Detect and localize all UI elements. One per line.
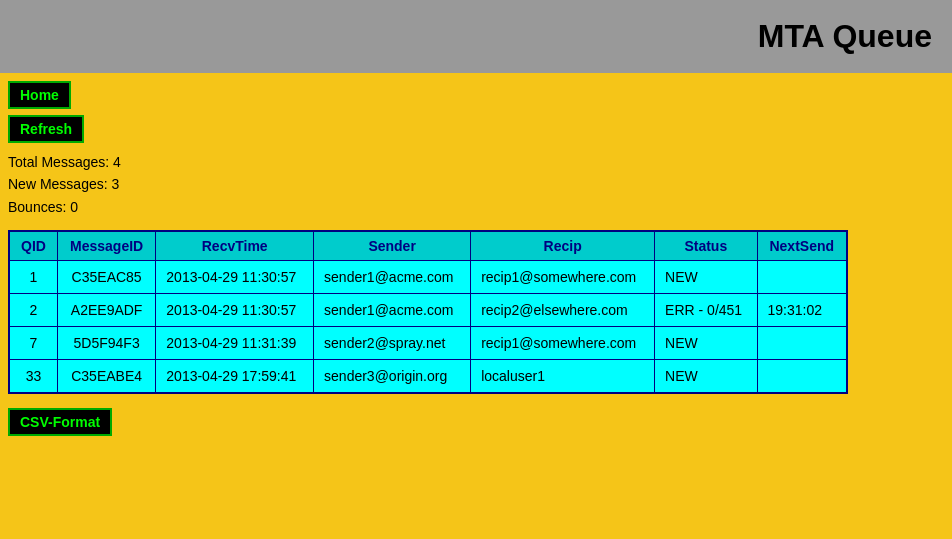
- table-body: 1C35EAC852013-04-29 11:30:57sender1@acme…: [9, 261, 847, 394]
- cell-recip-2: recip1@somewhere.com: [471, 327, 655, 360]
- cell-next_send-0: [757, 261, 847, 294]
- page-title: MTA Queue: [20, 18, 932, 55]
- cell-recip-3: localuser1: [471, 360, 655, 394]
- cell-sender-3: sender3@origin.org: [314, 360, 471, 394]
- cell-recv_time-3: 2013-04-29 17:59:41: [156, 360, 314, 394]
- cell-message_id-2: 5D5F94F3: [57, 327, 155, 360]
- col-messageid: MessageID: [57, 231, 155, 261]
- home-button[interactable]: Home: [8, 81, 71, 109]
- table-row: 33C35EABE42013-04-29 17:59:41sender3@ori…: [9, 360, 847, 394]
- col-recvtime: RecvTime: [156, 231, 314, 261]
- table-wrapper: QID MessageID RecvTime Sender Recip Stat…: [0, 226, 952, 398]
- cell-qid-2: 7: [9, 327, 57, 360]
- page-header: MTA Queue: [0, 0, 952, 73]
- cell-qid-3: 33: [9, 360, 57, 394]
- col-nextsend: NextSend: [757, 231, 847, 261]
- cell-recv_time-0: 2013-04-29 11:30:57: [156, 261, 314, 294]
- refresh-button[interactable]: Refresh: [8, 115, 84, 143]
- cell-message_id-1: A2EE9ADF: [57, 294, 155, 327]
- table-row: 75D5F94F32013-04-29 11:31:39sender2@spra…: [9, 327, 847, 360]
- cell-status-1: ERR - 0/451: [655, 294, 757, 327]
- col-qid: QID: [9, 231, 57, 261]
- total-messages: Total Messages: 4: [8, 151, 944, 173]
- table-row: 1C35EAC852013-04-29 11:30:57sender1@acme…: [9, 261, 847, 294]
- table-header-row: QID MessageID RecvTime Sender Recip Stat…: [9, 231, 847, 261]
- csv-format-button[interactable]: CSV-Format: [8, 408, 112, 436]
- cell-status-0: NEW: [655, 261, 757, 294]
- cell-recip-1: recip2@elsewhere.com: [471, 294, 655, 327]
- cell-sender-1: sender1@acme.com: [314, 294, 471, 327]
- cell-next_send-3: [757, 360, 847, 394]
- cell-recv_time-2: 2013-04-29 11:31:39: [156, 327, 314, 360]
- cell-qid-1: 2: [9, 294, 57, 327]
- new-messages: New Messages: 3: [8, 173, 944, 195]
- cell-status-3: NEW: [655, 360, 757, 394]
- table-row: 2A2EE9ADF2013-04-29 11:30:57sender1@acme…: [9, 294, 847, 327]
- stats-area: Total Messages: 4 New Messages: 3 Bounce…: [0, 147, 952, 226]
- cell-next_send-1: 19:31:02: [757, 294, 847, 327]
- footer-area: CSV-Format: [0, 398, 952, 446]
- mta-queue-table: QID MessageID RecvTime Sender Recip Stat…: [8, 230, 848, 394]
- cell-recv_time-1: 2013-04-29 11:30:57: [156, 294, 314, 327]
- cell-recip-0: recip1@somewhere.com: [471, 261, 655, 294]
- cell-message_id-0: C35EAC85: [57, 261, 155, 294]
- cell-status-2: NEW: [655, 327, 757, 360]
- col-status: Status: [655, 231, 757, 261]
- nav-area: Home Refresh: [0, 73, 952, 147]
- col-sender: Sender: [314, 231, 471, 261]
- cell-message_id-3: C35EABE4: [57, 360, 155, 394]
- cell-next_send-2: [757, 327, 847, 360]
- cell-qid-0: 1: [9, 261, 57, 294]
- cell-sender-0: sender1@acme.com: [314, 261, 471, 294]
- cell-sender-2: sender2@spray.net: [314, 327, 471, 360]
- bounces: Bounces: 0: [8, 196, 944, 218]
- col-recip: Recip: [471, 231, 655, 261]
